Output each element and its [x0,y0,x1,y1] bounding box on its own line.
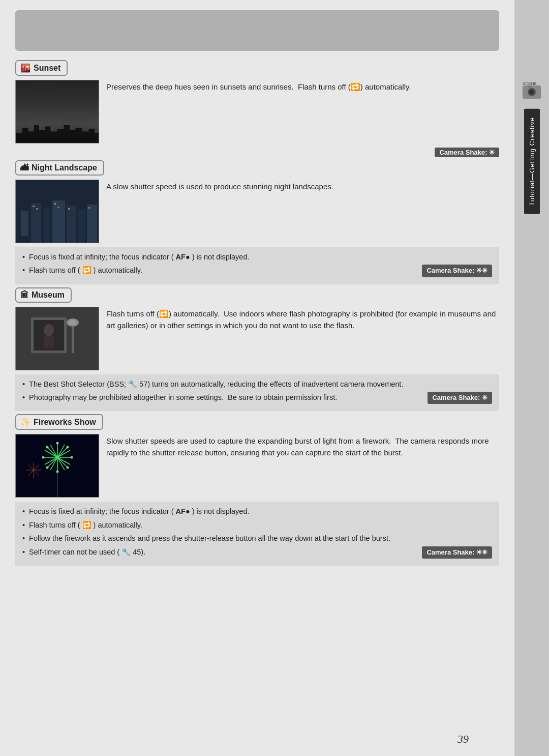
section-fireworks: ✨ Fireworks Show [15,414,499,566]
night-landscape-bullets: Focus is fixed at infinity; the focus in… [15,247,499,284]
museum-camera-shake-badge: Camera Shake: ✳ [428,392,492,404]
sunset-badge-row: Camera Shake: ✳ [15,148,499,157]
fireworks-bullet-3: Follow the firework as it ascends and pr… [22,533,492,544]
svg-point-17 [44,324,54,336]
svg-rect-3 [44,208,50,243]
museum-bullet-1: The Best Shot Selector (BSS; 🔧 57) turns… [22,379,492,390]
svg-point-58 [529,90,534,95]
night-bullet-1: Focus is fixed at infinity; the focus in… [22,251,492,263]
night-landscape-title: Night Landscape [32,163,97,172]
sunset-thumbnail [15,80,99,143]
museum-thumbnail [15,307,99,370]
night-landscape-thumbnail [15,180,99,243]
svg-point-43 [56,471,59,473]
scene-icon: SCENE [522,81,542,105]
sunset-icon: 🌇 [20,63,30,73]
museum-icon: 🏛 [20,290,28,300]
svg-point-21 [69,320,77,325]
sunset-camera-shake-badge: Camera Shake: ✳ [435,148,499,157]
svg-rect-5 [67,206,76,243]
museum-label: 🏛 Museum [15,287,72,303]
night-landscape-icon: 🏙 [20,163,28,172]
sunset-content-row: Preserves the deep hues seen in sunsets … [15,80,499,143]
night-landscape-description: A slow shutter speed is used to produce … [106,180,499,243]
sidebar-tab-tutorial: Tutorial—Getting Creative [524,109,540,214]
sidebar-label: Tutorial—Getting Creative [528,117,536,206]
svg-point-42 [67,467,69,469]
main-content: 🌇 Sunset Preserves the deep hues seen in… [0,0,514,756]
fireworks-bullet-4: Self-timer can not be used (🔧 45). Camer… [22,546,492,559]
museum-bullets: The Best Shot Selector (BSS; 🔧 57) turns… [15,374,499,412]
svg-rect-19 [72,323,74,353]
section-sunset: 🌇 Sunset Preserves the deep hues seen in… [15,60,499,157]
night-landscape-content-row: A slow shutter speed is used to produce … [15,180,499,243]
museum-title: Museum [32,290,65,300]
section-night-landscape: 🏙 Night Landscape [15,160,499,284]
night-bullet-2: Flash turns off (🔁) automatically. Camer… [22,265,492,277]
city-silhouette [16,118,99,143]
museum-description: Flash turns off (🔁) automatically. Use i… [106,307,499,370]
section-museum: 🏛 Museum Flash [15,287,499,412]
museum-content-row: Flash turns off (🔁) automatically. Use i… [15,307,499,370]
fireworks-title: Fireworks Show [34,418,96,427]
museum-bullet-2: Photography may be prohibited altogether… [22,392,492,404]
museum-svg [16,307,99,370]
sunset-title: Sunset [34,64,60,73]
fireworks-camera-shake-badge: Camera Shake: ✳✳ [422,546,492,559]
fireworks-bullet-2: Flash turns off (🔁) automatically. [22,519,492,531]
svg-point-44 [46,467,49,469]
svg-point-45 [42,456,45,459]
fireworks-content-row: Slow shutter speeds are used to capture … [15,434,499,498]
top-bar [15,10,499,51]
svg-rect-7 [87,205,97,243]
svg-text:SCENE: SCENE [523,81,537,86]
svg-point-39 [56,442,59,445]
svg-point-46 [46,446,49,449]
fireworks-description: Slow shutter speeds are used to capture … [106,434,499,498]
fireworks-icon: ✨ [20,417,30,427]
night-camera-shake-badge: Camera Shake: ✳✳ [422,265,492,277]
right-sidebar: SCENE Tutorial—Getting Creative [514,0,549,756]
fireworks-label: ✨ Fireworks Show [15,414,103,430]
fireworks-bullets: Focus is fixed at infinity; the focus in… [15,502,499,566]
svg-rect-9 [36,208,38,210]
svg-point-40 [67,446,69,449]
sunset-label: 🌇 Sunset [15,60,68,76]
svg-point-41 [71,456,73,459]
svg-rect-13 [88,207,90,209]
fireworks-bullet-1: Focus is fixed at infinity; the focus in… [22,506,492,517]
fireworks-svg [16,434,99,498]
page-number: 39 [458,733,469,746]
svg-rect-18 [44,336,54,347]
svg-rect-11 [57,207,59,208]
night-landscape-label: 🏙 Night Landscape [15,160,104,176]
night-svg [16,180,99,243]
svg-rect-1 [21,211,28,236]
svg-rect-8 [33,206,35,207]
svg-rect-12 [68,208,70,210]
fireworks-thumbnail [15,434,99,498]
scene-camera-icon: SCENE [522,81,542,102]
svg-rect-10 [54,203,56,205]
svg-rect-6 [78,210,85,243]
sunset-description: Preserves the deep hues seen in sunsets … [106,80,499,143]
